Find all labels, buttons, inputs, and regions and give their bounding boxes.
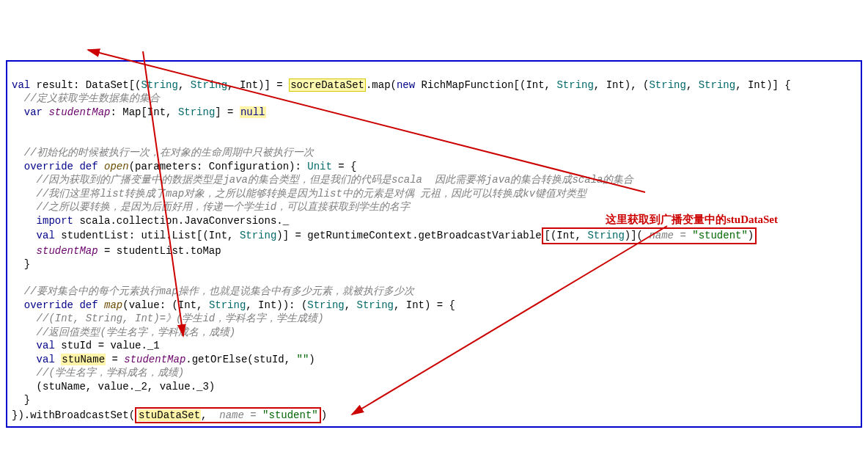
line-23: (stuName, value._2, value._3) (12, 381, 215, 393)
annotation-text: 这里获取到广播变量中的stuDataSet (606, 213, 778, 227)
line-2: //定义获取学生数据集的集合 (12, 92, 160, 104)
line-25: }).withBroadcastSet(stuDataSet, name = "… (12, 409, 327, 421)
line-6: //初始化的时候被执行一次，在对象的生命周期中只被执行一次 (12, 147, 314, 158)
line-1: val result: DataSet[(String, String, Int… (12, 79, 791, 92)
line-17: override def map(value: (Int, String, In… (12, 299, 455, 311)
line-13: studentMap = studentList.toMap (12, 245, 221, 257)
line-3: var studentMap: Map[Int, String] = null (12, 106, 266, 118)
line-10: //之所以要转换，是因为后面好用，传递一个学生id，可以直接获取到学生的名字 (12, 201, 410, 213)
line-16: //要对集合中的每个元素执行map操作，也就是说集合中有多少元素，就被执行多少次 (12, 285, 414, 297)
line-19: //返回值类型(学生名字，学科成名，成绩) (12, 326, 235, 338)
socreDataSet-highlight: socreDataSet (289, 79, 366, 92)
line-11: import scala.collection.JavaConversions.… (12, 215, 289, 227)
line-12: val studentList: util.List[(Int, String)… (12, 230, 757, 241)
line-22: //(学生名字，学科成名，成绩) (12, 367, 184, 379)
line-9: //我们这里将list转换成了map对象，之所以能够转换是因为list中的元素是… (12, 188, 586, 200)
code-block: val result: DataSet[(String, String, Int… (6, 60, 862, 428)
stuName-highlight: stuName (61, 354, 106, 365)
line-24: } (12, 394, 30, 406)
line-21: val stuName = studentMap.getOrElse(stuId… (12, 354, 315, 365)
null-highlight: null (240, 106, 266, 118)
getBroadcastVariable-box: [(Int, String)]( name = "student") (542, 227, 757, 244)
line-20: val stuId = value._1 (12, 340, 160, 351)
line-14: } (12, 258, 30, 270)
line-7: override def open(parameters: Configurat… (12, 161, 357, 172)
line-18: //(Int, String, Int)=》(学生id，学科名字，学生成绩) (12, 313, 324, 324)
stuDataSet-highlight: stuDataSet (138, 409, 201, 421)
withBroadcastSet-box: stuDataSet, name = "student" (135, 407, 321, 424)
line-8: //因为获取到的广播变量中的数据类型是java的集合类型，但是我们的代码是sca… (12, 174, 633, 186)
